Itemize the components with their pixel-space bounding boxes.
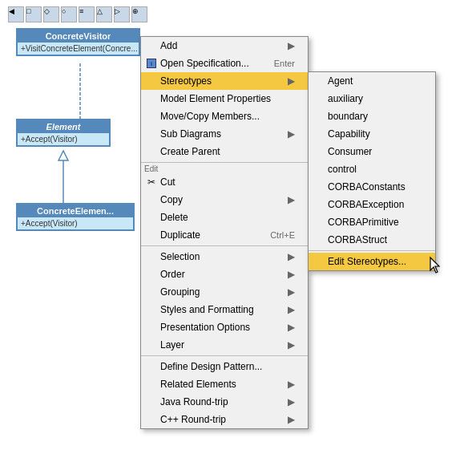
svg-marker-3 bbox=[430, 257, 439, 273]
menu-item-presentation-options[interactable]: Presentation Options ▶ bbox=[141, 318, 308, 336]
shortcut-open-spec: Enter bbox=[274, 59, 295, 68]
menu-label-layer: Layer bbox=[160, 339, 184, 351]
menu-item-cpp-round-trip[interactable]: C++ Round-trip ▶ bbox=[141, 411, 308, 428]
context-menu: Add ▶ i Open Specification... Enter Ster… bbox=[140, 36, 309, 429]
submenu-item-corba-primitive[interactable]: CORBAPrimitive bbox=[309, 213, 435, 231]
menu-label-open-spec: Open Specification... bbox=[160, 58, 249, 69]
toolbar-icon-1[interactable]: ◀ bbox=[8, 6, 24, 22]
submenu-item-corba-constants[interactable]: CORBAConstants bbox=[309, 178, 435, 196]
toolbar-icon-2[interactable]: □ bbox=[26, 6, 42, 22]
menu-item-model-element-props[interactable]: Model Element Properties bbox=[141, 90, 308, 107]
toolbar-icon-8[interactable]: ⊕ bbox=[131, 6, 147, 22]
submenu-item-agent[interactable]: Agent bbox=[309, 72, 435, 90]
menu-label-delete: Delete bbox=[160, 212, 188, 223]
menu-label-define-design-pattern: Define Design Pattern... bbox=[160, 361, 262, 372]
arrow-icon-stereotypes: ▶ bbox=[288, 75, 295, 87]
submenu-label-capability: Capability bbox=[328, 128, 370, 140]
uml-class-concrete-element[interactable]: ConcreteElemen... +Accept(Visitor) bbox=[16, 203, 135, 231]
submenu-item-consumer[interactable]: Consumer bbox=[309, 143, 435, 160]
arrow-icon-order: ▶ bbox=[288, 269, 295, 280]
menu-item-duplicate[interactable]: Duplicate Ctrl+E bbox=[141, 226, 308, 244]
menu-label-sub-diagrams: Sub Diagrams bbox=[160, 128, 221, 140]
submenu-item-corba-exception[interactable]: CORBAException bbox=[309, 196, 435, 213]
toolbar-icon-7[interactable]: ▷ bbox=[114, 6, 130, 22]
menu-label-java-round-trip: Java Round-trip bbox=[160, 396, 228, 407]
separator-1 bbox=[141, 245, 308, 246]
arrow-icon-java-round-trip: ▶ bbox=[288, 396, 295, 407]
mouse-cursor bbox=[429, 256, 442, 274]
class-body-element: +Accept(Visitor) bbox=[18, 133, 109, 145]
menu-label-create-parent: Create Parent bbox=[160, 146, 220, 157]
menu-item-related-elements[interactable]: Related Elements ▶ bbox=[141, 375, 308, 393]
scissors-icon: ✂ bbox=[144, 176, 159, 188]
menu-item-open-spec[interactable]: i Open Specification... Enter bbox=[141, 55, 308, 72]
menu-item-layer[interactable]: Layer ▶ bbox=[141, 336, 308, 354]
class-body-concrete-element: +Accept(Visitor) bbox=[18, 217, 133, 229]
class-body-concrete-visitor: +VisitConcreteElement(Concre... bbox=[18, 43, 139, 55]
uml-class-element[interactable]: Element +Accept(Visitor) bbox=[16, 119, 111, 147]
menu-label-copy: Copy bbox=[160, 194, 183, 205]
toolbar-icon-6[interactable]: △ bbox=[96, 6, 112, 22]
menu-item-sub-diagrams[interactable]: Sub Diagrams ▶ bbox=[141, 125, 308, 143]
menu-item-add[interactable]: Add ▶ bbox=[141, 37, 308, 55]
uml-class-concrete-visitor[interactable]: ConcreteVisitor +VisitConcreteElement(Co… bbox=[16, 28, 140, 56]
shortcut-duplicate: Ctrl+E bbox=[270, 230, 295, 240]
submenu-item-control[interactable]: control bbox=[309, 160, 435, 178]
submenu-label-corba-exception: CORBAException bbox=[328, 199, 404, 210]
class-name-concrete-visitor: ConcreteVisitor bbox=[18, 30, 139, 43]
menu-item-copy[interactable]: Copy ▶ bbox=[141, 191, 308, 209]
menu-label-selection: Selection bbox=[160, 251, 200, 262]
open-spec-icon: i bbox=[144, 59, 159, 68]
menu-item-stereotypes[interactable]: Stereotypes ▶ Agent auxiliary boundary C… bbox=[141, 72, 308, 90]
submenu-item-auxiliary[interactable]: auxiliary bbox=[309, 90, 435, 107]
arrow-icon-copy: ▶ bbox=[288, 194, 295, 205]
menu-item-styles-formatting[interactable]: Styles and Formatting ▶ bbox=[141, 301, 308, 318]
submenu-item-capability[interactable]: Capability bbox=[309, 125, 435, 143]
class-name-element: Element bbox=[18, 120, 109, 133]
toolbar-icon-5[interactable]: ≡ bbox=[79, 6, 95, 22]
toolbar: ◀ □ ◇ ○ ≡ △ ▷ ⊕ bbox=[8, 6, 147, 22]
menu-label-cpp-round-trip: C++ Round-trip bbox=[160, 414, 226, 425]
submenu-label-control: control bbox=[328, 164, 357, 175]
menu-item-order[interactable]: Order ▶ bbox=[141, 266, 308, 283]
arrow-icon-grouping: ▶ bbox=[288, 286, 295, 298]
submenu-item-corba-struct[interactable]: CORBAStruct bbox=[309, 231, 435, 249]
menu-item-selection[interactable]: Selection ▶ bbox=[141, 248, 308, 266]
menu-item-delete[interactable]: Delete bbox=[141, 209, 308, 226]
arrow-icon-cpp-round-trip: ▶ bbox=[288, 414, 295, 425]
menu-item-cut[interactable]: ✂ Cut bbox=[141, 173, 308, 191]
submenu-label-corba-constants: CORBAConstants bbox=[328, 181, 405, 193]
menu-label-duplicate: Duplicate bbox=[160, 229, 200, 241]
menu-label-order: Order bbox=[160, 269, 185, 280]
submenu-label-edit-stereotypes: Edit Stereotypes... bbox=[328, 256, 406, 267]
menu-label-styles-formatting: Styles and Formatting bbox=[160, 304, 254, 315]
submenu-item-boundary[interactable]: boundary bbox=[309, 107, 435, 125]
menu-label-cut: Cut bbox=[160, 176, 175, 188]
submenu-label-agent: Agent bbox=[328, 75, 353, 87]
stereotypes-submenu: Agent auxiliary boundary Capability Cons… bbox=[308, 71, 436, 271]
menu-item-grouping[interactable]: Grouping ▶ bbox=[141, 283, 308, 301]
arrow-icon-related-elements: ▶ bbox=[288, 379, 295, 390]
toolbar-icon-3[interactable]: ◇ bbox=[43, 6, 59, 22]
toolbar-icon-4[interactable]: ○ bbox=[61, 6, 77, 22]
menu-label-model-element-props: Model Element Properties bbox=[160, 93, 271, 104]
menu-label-presentation-options: Presentation Options bbox=[160, 322, 250, 333]
arrow-icon-layer: ▶ bbox=[288, 339, 295, 351]
separator-2 bbox=[141, 355, 308, 356]
menu-item-java-round-trip[interactable]: Java Round-trip ▶ bbox=[141, 393, 308, 411]
submenu-label-auxiliary: auxiliary bbox=[328, 93, 363, 104]
menu-item-move-copy[interactable]: Move/Copy Members... bbox=[141, 107, 308, 125]
menu-item-create-parent[interactable]: Create Parent bbox=[141, 143, 308, 160]
edit-section-label: Edit bbox=[141, 162, 308, 173]
arrow-icon-sub-diagrams: ▶ bbox=[288, 128, 295, 140]
submenu-item-edit-stereotypes[interactable]: Edit Stereotypes... bbox=[309, 253, 435, 270]
arrow-icon-add: ▶ bbox=[288, 40, 295, 51]
submenu-label-boundary: boundary bbox=[328, 111, 368, 122]
submenu-separator bbox=[309, 250, 435, 251]
arrow-icon-presentation-options: ▶ bbox=[288, 322, 295, 333]
menu-label-stereotypes: Stereotypes bbox=[160, 75, 212, 87]
menu-label-add: Add bbox=[160, 40, 177, 51]
menu-item-define-design-pattern[interactable]: Define Design Pattern... bbox=[141, 358, 308, 375]
menu-label-move-copy: Move/Copy Members... bbox=[160, 111, 260, 122]
arrow-icon-selection: ▶ bbox=[288, 251, 295, 262]
